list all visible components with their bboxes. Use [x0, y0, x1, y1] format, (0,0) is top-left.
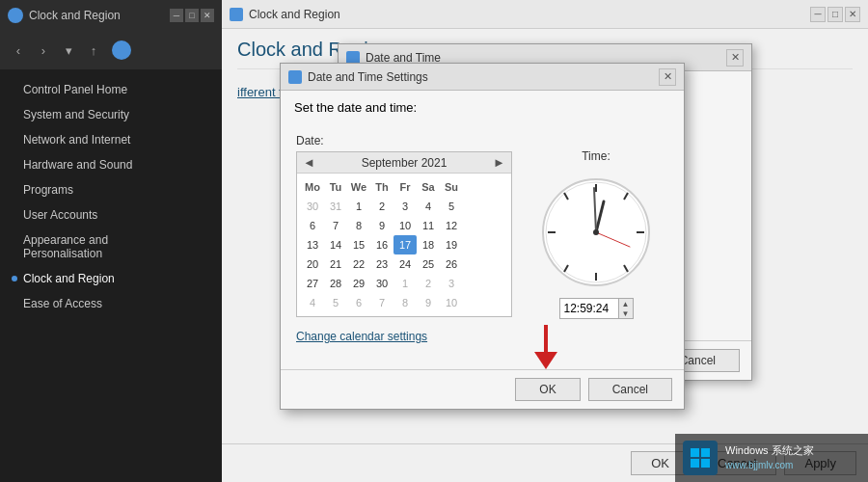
cal-cell[interactable]: 23 [370, 254, 393, 274]
cal-cell[interactable]: 8 [347, 216, 370, 235]
cal-cell[interactable]: 6 [347, 293, 370, 312]
cal-cell[interactable]: 15 [347, 235, 370, 254]
cal-cell[interactable]: 8 [393, 293, 417, 312]
cal-cell[interactable]: 5 [440, 197, 463, 216]
cal-cell[interactable]: 9 [417, 293, 440, 312]
inner-right: Time: [524, 134, 668, 354]
sidebar-item-user-accounts[interactable]: User Accounts [0, 202, 222, 228]
cal-cell[interactable]: 7 [324, 216, 347, 235]
cal-cell[interactable]: 22 [347, 254, 370, 274]
cal-cell[interactable]: 19 [440, 235, 463, 254]
cal-month-year: September 2021 [362, 156, 448, 170]
cal-cell[interactable]: 20 [301, 254, 324, 274]
cal-cell[interactable]: 6 [301, 216, 324, 235]
cal-cell[interactable]: 3 [393, 197, 417, 216]
cal-cell[interactable]: 26 [440, 254, 463, 274]
main-maximize-button[interactable]: □ [827, 7, 843, 22]
forward-button[interactable]: › [33, 40, 54, 61]
cal-day-mo: Mo [301, 177, 324, 197]
cal-cell[interactable]: 24 [393, 254, 417, 274]
main-titlebar: Clock and Region ─ □ ✕ [222, 0, 868, 29]
cp-titlebar-buttons: ─ □ ✕ [170, 9, 214, 22]
time-spin-down-button[interactable]: ▼ [619, 308, 633, 318]
watermark-brand: Windows 系统之家 [725, 443, 814, 458]
cal-cell[interactable]: 10 [393, 216, 417, 235]
cp-navigation: ‹ › ▾ ↑ [0, 31, 222, 69]
time-spin-up-button[interactable]: ▲ [619, 299, 633, 308]
svg-marker-15 [534, 352, 557, 369]
cal-cell[interactable]: 14 [324, 235, 347, 254]
main-close-button[interactable]: ✕ [845, 7, 860, 22]
change-calendar-settings-link[interactable]: Change calendar settings [296, 330, 427, 343]
sidebar-item-control-panel-home[interactable]: Control Panel Home [0, 77, 222, 102]
cal-cell[interactable]: 27 [301, 274, 324, 293]
cal-cell[interactable]: 18 [417, 235, 440, 254]
sidebar-item-label: System and Security [23, 108, 129, 121]
cal-cell[interactable]: 25 [417, 254, 440, 274]
cp-close-button[interactable]: ✕ [201, 9, 214, 22]
cal-cell[interactable]: 12 [440, 216, 463, 235]
cal-cell[interactable]: 29 [347, 274, 370, 293]
cal-day-th: Th [370, 177, 393, 197]
cal-cell[interactable]: 1 [393, 274, 417, 293]
sidebar-item-label: Ease of Access [23, 297, 102, 310]
cal-cell[interactable]: 16 [370, 235, 393, 254]
cal-day-fr: Fr [393, 177, 417, 197]
active-bullet [12, 276, 17, 281]
cal-cell-today[interactable]: 17 [393, 235, 417, 254]
up-button[interactable]: ↑ [83, 40, 104, 61]
cal-cell[interactable]: 4 [417, 197, 440, 216]
cal-cell[interactable]: 31 [324, 197, 347, 216]
cp-maximize-button[interactable]: □ [185, 9, 199, 22]
control-panel-window: Clock and Region ─ □ ✕ ‹ › ▾ ↑ Control P… [0, 0, 222, 482]
user-avatar [112, 40, 131, 60]
main-title-icon [230, 8, 243, 21]
inner-footer: OK Cancel [281, 369, 684, 409]
cal-cell[interactable]: 21 [324, 254, 347, 274]
sidebar-item-clock-region[interactable]: Clock and Region [0, 266, 222, 291]
sidebar-item-label: Clock and Region [23, 272, 115, 285]
cal-cell[interactable]: 1 [347, 197, 370, 216]
dialog-close-button[interactable]: ✕ [726, 49, 744, 67]
inner-titlebar: Date and Time Settings ✕ [281, 64, 684, 91]
cal-cell[interactable]: 13 [301, 235, 324, 254]
sidebar-item-label: Network and Internet [23, 133, 130, 147]
cal-next-button[interactable]: ► [493, 155, 505, 170]
cal-cell[interactable]: 2 [417, 274, 440, 293]
inner-close-button[interactable]: ✕ [659, 68, 676, 86]
cal-cell[interactable]: 5 [324, 293, 347, 312]
sidebar-item-label: Control Panel Home [23, 83, 127, 96]
main-minimize-button[interactable]: ─ [810, 7, 826, 22]
main-title-area: Clock and Region [230, 8, 340, 21]
sidebar-item-appearance[interactable]: Appearance andPersonalisation [0, 228, 222, 266]
inner-ok-button[interactable]: OK [515, 378, 580, 401]
cp-minimize-button[interactable]: ─ [170, 9, 183, 22]
dropdown-button[interactable]: ▾ [58, 40, 79, 61]
cal-cell[interactable]: 9 [370, 216, 393, 235]
time-label: Time: [582, 149, 610, 163]
cal-cell[interactable]: 11 [417, 216, 440, 235]
cal-cell[interactable]: 28 [324, 274, 347, 293]
cal-cell[interactable]: 30 [370, 274, 393, 293]
sidebar-item-hardware[interactable]: Hardware and Sound [0, 152, 222, 177]
back-button[interactable]: ‹ [8, 40, 29, 61]
sidebar-item-system-security[interactable]: System and Security [0, 102, 222, 127]
cal-prev-button[interactable]: ◄ [303, 155, 315, 170]
main-content: Clock and Region ifferent time zones Dat… [222, 29, 868, 443]
inner-cancel-button[interactable]: Cancel [588, 378, 672, 401]
sidebar-item-programs[interactable]: Programs [0, 177, 222, 202]
sidebar-item-network[interactable]: Network and Internet [0, 127, 222, 152]
cal-cell[interactable]: 30 [301, 197, 324, 216]
cal-cell[interactable]: 4 [301, 293, 324, 312]
cal-cell[interactable]: 3 [440, 274, 463, 293]
svg-rect-18 [691, 459, 699, 468]
windows-logo-icon [689, 446, 712, 469]
cal-cell[interactable]: 7 [370, 293, 393, 312]
time-input[interactable] [560, 300, 618, 317]
cal-cell[interactable]: 10 [440, 293, 463, 312]
sidebar-item-ease-of-access[interactable]: Ease of Access [0, 291, 222, 316]
sidebar-item-label: Programs [23, 183, 73, 197]
cal-cell[interactable]: 2 [370, 197, 393, 216]
svg-rect-17 [701, 448, 710, 457]
date-time-settings-dialog: Date and Time Settings ✕ Set the date an… [280, 63, 685, 410]
